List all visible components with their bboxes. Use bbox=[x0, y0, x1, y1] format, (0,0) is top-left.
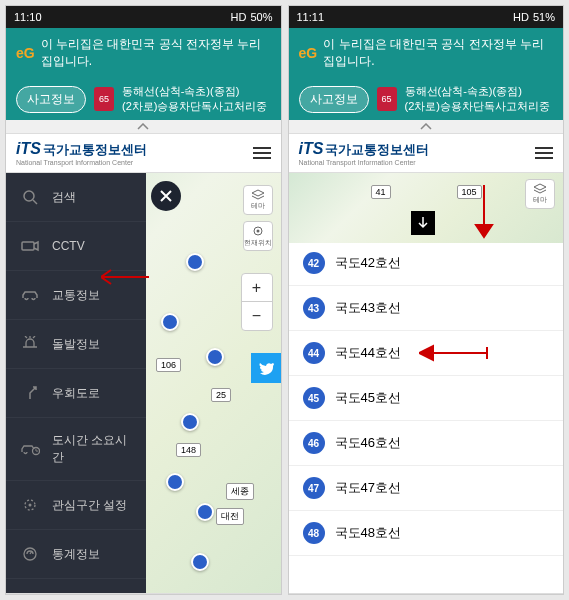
location-button[interactable]: 현재위치 bbox=[243, 221, 273, 251]
road-name: 국도44호선 bbox=[335, 344, 401, 362]
theme-button[interactable]: 테마 bbox=[525, 179, 555, 209]
svg-rect-1 bbox=[22, 242, 34, 250]
road-item[interactable]: 42 국도42호선 bbox=[289, 241, 564, 286]
map-marker[interactable] bbox=[186, 253, 204, 271]
road-badge: 48 bbox=[303, 522, 325, 544]
map-marker[interactable] bbox=[181, 413, 199, 431]
content-area: 41 105 테마 고속도로 국도 41 42 국도42호선 43 bbox=[289, 173, 564, 593]
road-badge: 42 bbox=[303, 252, 325, 274]
sidebar-item-incident[interactable]: 돌발정보 bbox=[6, 320, 146, 369]
road-name: 국도43호선 bbox=[335, 299, 401, 317]
accident-bar: 사고정보 65 동해선(삼척-속초)(종점) (2차로)승용차단독사고처리중 bbox=[6, 78, 281, 120]
sidebar-item-stats[interactable]: 통계정보 bbox=[6, 530, 146, 579]
stats-icon bbox=[20, 544, 40, 564]
settings-icon bbox=[20, 495, 40, 515]
road-item[interactable]: 46 국도46호선 bbox=[289, 421, 564, 466]
sidebar-item-cctv[interactable]: CCTV bbox=[6, 222, 146, 271]
status-bar: 11:11 HD 51% bbox=[289, 6, 564, 28]
chevron-up-icon bbox=[420, 123, 432, 131]
road-badge: 43 bbox=[303, 297, 325, 319]
sidebar-item-label: 관심구간 설정 bbox=[52, 497, 127, 514]
sidebar-item-label: 도시간 소요시간 bbox=[52, 432, 132, 466]
sidebar-item-label: 검색 bbox=[52, 189, 76, 206]
map-controls: 테마 bbox=[525, 179, 555, 209]
road-item[interactable]: 47 국도47호선 bbox=[289, 466, 564, 511]
zoom-out-button[interactable]: − bbox=[242, 302, 272, 330]
menu-button[interactable] bbox=[535, 147, 553, 159]
twitter-icon bbox=[258, 361, 274, 375]
map-controls: 테마 현재위치 bbox=[243, 185, 273, 251]
route-label: 대전 bbox=[216, 508, 244, 525]
status-right: HD 50% bbox=[231, 11, 273, 23]
road-name: 국도45호선 bbox=[335, 389, 401, 407]
road-list[interactable]: 41 42 국도42호선 43 국도43호선 44 국도44호선 45 국도45… bbox=[289, 216, 564, 556]
logo-main: 국가교통정보센터 bbox=[43, 141, 147, 159]
road-item[interactable]: 43 국도43호선 bbox=[289, 286, 564, 331]
map-marker[interactable] bbox=[161, 313, 179, 331]
road-name: 국도48호선 bbox=[335, 524, 401, 542]
accident-line2: (2차로)승용차단독사고처리중 bbox=[122, 99, 267, 114]
collapse-handle[interactable] bbox=[6, 120, 281, 134]
crosshair-icon bbox=[251, 224, 265, 238]
status-right: HD 51% bbox=[513, 11, 555, 23]
cctv-icon bbox=[20, 236, 40, 256]
app-header: iTS 국가교통정보센터 National Transport Informat… bbox=[6, 134, 281, 173]
status-bar: 11:10 HD 50% bbox=[6, 6, 281, 28]
app-header: iTS 국가교통정보센터 National Transport Informat… bbox=[289, 134, 564, 173]
theme-button[interactable]: 테마 bbox=[243, 185, 273, 215]
sidebar-item-label: 통계정보 bbox=[52, 546, 100, 563]
sidebar-item-label: 우회도로 bbox=[52, 385, 100, 402]
road-badge: 46 bbox=[303, 432, 325, 454]
layers-icon bbox=[533, 183, 547, 195]
location-label: 현재위치 bbox=[244, 238, 272, 248]
sidebar-item-time[interactable]: 도시간 소요시간 bbox=[6, 418, 146, 481]
route-badge: 65 bbox=[94, 87, 114, 111]
road-item[interactable]: 45 국도45호선 bbox=[289, 376, 564, 421]
download-icon bbox=[417, 216, 429, 230]
road-badge: 45 bbox=[303, 387, 325, 409]
route-label: 25 bbox=[211, 388, 231, 402]
sidebar-item-interest[interactable]: 관심구간 설정 bbox=[6, 481, 146, 530]
gov-logo-icon: eG bbox=[16, 45, 35, 61]
phone-right: 11:11 HD 51% eG 이 누리집은 대한민국 공식 전자정부 누리집입… bbox=[288, 5, 565, 595]
status-time: 11:10 bbox=[14, 11, 42, 23]
accident-button[interactable]: 사고정보 bbox=[299, 86, 369, 113]
map-canvas[interactable]: 41 105 테마 bbox=[289, 173, 564, 243]
close-button[interactable] bbox=[151, 181, 181, 211]
map-marker[interactable] bbox=[166, 473, 184, 491]
sidebar-menu: 검색 CCTV 교통정보 돌발정보 우회도로 도시간 소요시간 bbox=[6, 173, 146, 593]
road-name: 국도47호선 bbox=[335, 479, 401, 497]
accident-line1: 동해선(삼척-속초)(종점) bbox=[122, 84, 267, 99]
collapse-handle[interactable] bbox=[289, 120, 564, 134]
sidebar-item-search[interactable]: 검색 bbox=[6, 173, 146, 222]
alert-icon bbox=[20, 334, 40, 354]
download-button[interactable] bbox=[411, 211, 435, 235]
logo-sub: National Transport Information Center bbox=[16, 159, 147, 166]
network-icon: HD bbox=[513, 11, 529, 23]
sidebar-item-label: CCTV bbox=[52, 239, 85, 253]
detour-icon bbox=[20, 383, 40, 403]
road-name: 국도42호선 bbox=[335, 254, 401, 272]
road-badge: 47 bbox=[303, 477, 325, 499]
battery-text: 50% bbox=[250, 11, 272, 23]
accident-line2: (2차로)승용차단독사고처리중 bbox=[405, 99, 550, 114]
twitter-button[interactable] bbox=[251, 353, 281, 383]
search-icon bbox=[20, 187, 40, 207]
road-item[interactable]: 48 국도48호선 bbox=[289, 511, 564, 556]
route-label: 148 bbox=[176, 443, 201, 457]
menu-button[interactable] bbox=[253, 147, 271, 159]
road-item[interactable]: 44 국도44호선 bbox=[289, 331, 564, 376]
map-marker[interactable] bbox=[206, 348, 224, 366]
map-marker[interactable] bbox=[191, 553, 209, 571]
accident-button[interactable]: 사고정보 bbox=[16, 86, 86, 113]
phone-left: 11:10 HD 50% eG 이 누리집은 대한민국 공식 전자정부 누리집입… bbox=[5, 5, 282, 595]
zoom-in-button[interactable]: + bbox=[242, 274, 272, 302]
car-icon bbox=[20, 285, 40, 305]
sidebar-item-detour[interactable]: 우회도로 bbox=[6, 369, 146, 418]
nav-bar: ||| bbox=[289, 593, 564, 595]
map-marker[interactable] bbox=[196, 503, 214, 521]
annotation-arrow-icon bbox=[101, 267, 151, 287]
annotation-arrow-down-icon bbox=[469, 183, 499, 239]
close-icon bbox=[159, 189, 173, 203]
banner-text: 이 누리집은 대한민국 공식 전자정부 누리집입니다. bbox=[323, 36, 553, 70]
